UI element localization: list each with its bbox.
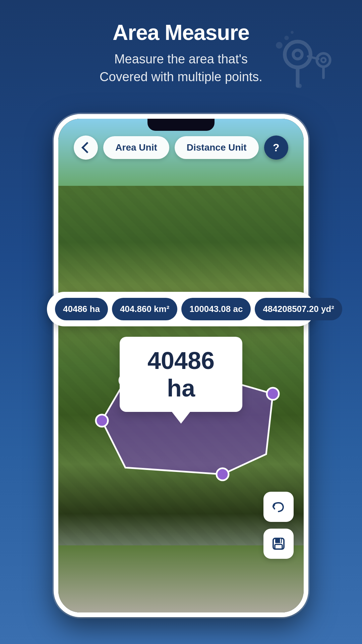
phone-frame: Area Unit Distance Unit ? 40486 ha: [54, 114, 308, 617]
distance-unit-tab[interactable]: Distance Unit: [175, 136, 259, 159]
pill-ha[interactable]: 40486 ha: [55, 298, 108, 320]
help-icon: ?: [273, 142, 280, 154]
phone-toolbar: Area Unit Distance Unit ?: [58, 136, 304, 160]
save-button[interactable]: [263, 529, 294, 559]
back-button[interactable]: [74, 136, 98, 160]
page-title: Area Measure: [0, 20, 362, 45]
action-buttons: [263, 492, 294, 559]
callout-box: 40486 ha: [120, 337, 242, 412]
area-callout: 40486 ha: [120, 337, 242, 412]
help-button[interactable]: ?: [264, 136, 288, 160]
pill-yd2[interactable]: 484208507.20 yd²: [255, 298, 342, 320]
undo-button[interactable]: [263, 492, 294, 522]
pill-km2[interactable]: 404.860 km²: [112, 298, 177, 320]
phone-mockup: 40486 ha 404.860 km² 100043.08 ac 484208…: [54, 114, 308, 617]
svg-point-10: [96, 415, 108, 427]
area-unit-tab[interactable]: Area Unit: [103, 136, 169, 159]
svg-rect-16: [275, 544, 282, 549]
save-icon: [270, 536, 287, 552]
undo-icon: [270, 499, 287, 515]
callout-value: 40486 ha: [147, 347, 215, 401]
measurement-pills-bar: 40486 ha 404.860 km² 100043.08 ac 484208…: [47, 292, 315, 326]
header-section: Area Measure Measure the area that's Cov…: [0, 20, 362, 86]
chevron-left-icon: [81, 142, 93, 153]
phone-notch: [147, 119, 215, 131]
svg-point-12: [267, 388, 279, 400]
svg-point-13: [217, 468, 229, 480]
page-subtitle: Measure the area that's Covered with mul…: [0, 50, 362, 86]
pill-ac[interactable]: 100043.08 ac: [181, 298, 251, 320]
